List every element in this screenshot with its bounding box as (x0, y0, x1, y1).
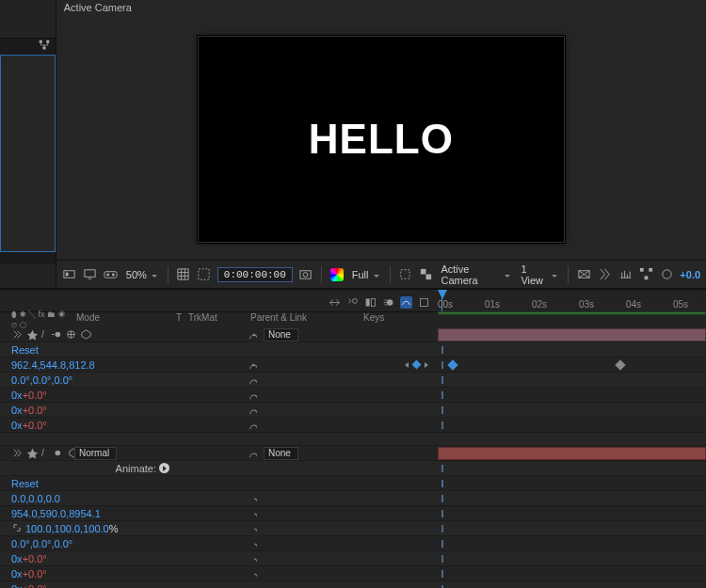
scale-value[interactable]: 100.0,100.0,100.0% (25, 523, 118, 534)
pickwhip-icon[interactable] (249, 389, 260, 401)
layer-duration-bar[interactable] (438, 447, 706, 460)
prev-key-icon[interactable] (403, 359, 410, 371)
keyframe-navigator[interactable] (358, 359, 438, 371)
next-key-icon[interactable] (423, 359, 430, 371)
time-tick (441, 406, 443, 414)
snapshot-icon[interactable] (298, 266, 313, 283)
parent-dropdown[interactable]: None (264, 328, 298, 342)
motion-blur-switch-icon[interactable] (50, 447, 62, 459)
3d-switch-icon[interactable] (80, 328, 92, 341)
exposure-value[interactable]: +0.0 (680, 269, 700, 280)
composition-viewport[interactable]: HELLO (198, 36, 565, 243)
layer-row[interactable]: / Normal None (0, 446, 706, 461)
zoom-dropdown[interactable]: 50% (124, 269, 160, 280)
transparency-icon[interactable] (418, 266, 433, 283)
pickwhip-icon[interactable] (249, 553, 260, 564)
search-icon[interactable] (329, 296, 341, 309)
yrot-value[interactable]: 0x+0.0° (11, 568, 47, 580)
solo-switch-icon[interactable] (26, 447, 39, 459)
keyframe[interactable] (615, 359, 625, 370)
roi-icon[interactable] (397, 266, 412, 283)
property-row[interactable]: Reset (0, 342, 706, 358)
pickwhip-icon[interactable] (249, 374, 260, 386)
pixel-aspect-icon[interactable] (576, 266, 591, 283)
views-dropdown[interactable]: 1 View (519, 263, 560, 286)
pickwhip-icon[interactable] (249, 405, 260, 416)
channel-color-icon[interactable] (329, 266, 345, 283)
current-time[interactable]: 0:00:00:00 (217, 267, 293, 282)
time-ruler[interactable]: 00s 01s 02s 03s 04s 05s (438, 290, 706, 312)
layer-row[interactable]: / None (0, 327, 706, 342)
display-icon[interactable] (83, 266, 98, 283)
pickwhip-icon[interactable] (249, 583, 260, 589)
zrot-value[interactable]: 0x+0.0° (11, 583, 47, 589)
property-row-position[interactable]: 962.4,544.8,812.8 (0, 358, 706, 373)
flowchart-icon[interactable] (39, 40, 50, 53)
orientation-value[interactable]: 0.0°,0.0°,0.0° (11, 374, 72, 386)
pickwhip-icon[interactable] (249, 448, 260, 459)
property-row-position[interactable]: 954.0,590.0,8954.1 (0, 506, 706, 521)
constrain-proportions-icon[interactable] (11, 522, 23, 535)
svg-rect-5 (85, 270, 95, 278)
pickwhip-icon[interactable] (249, 523, 260, 534)
pickwhip-icon[interactable] (249, 493, 260, 504)
orientation-value[interactable]: 0.0°,0.0°,0.0° (11, 538, 72, 549)
video-switch-icon[interactable] (11, 328, 24, 341)
reset-link[interactable]: Reset (11, 344, 39, 356)
magnify-icon[interactable] (62, 266, 77, 283)
reset-exposure-icon[interactable] (659, 266, 674, 283)
layer-duration-bar[interactable] (438, 328, 706, 342)
motion-blur-icon[interactable] (382, 296, 394, 309)
zrot-value[interactable]: 0x+0.0° (11, 420, 47, 431)
anchor-value[interactable]: 0.0,0.0,0.0 (11, 493, 60, 504)
property-row-scale[interactable]: 100.0,100.0,100.0% (0, 521, 706, 536)
solo-switch-icon[interactable] (26, 328, 39, 341)
xrot-value[interactable]: 0x+0.0° (11, 553, 47, 564)
position-value[interactable]: 962.4,544.8,812.8 (11, 359, 95, 371)
frame-blend-icon[interactable] (364, 296, 377, 309)
shy-icon[interactable] (346, 296, 359, 309)
animate-row[interactable]: Animate: (0, 461, 706, 476)
camera-dropdown[interactable]: Active Camera (439, 263, 513, 286)
property-row-yrotation[interactable]: 0x+0.0° (0, 566, 706, 581)
property-row-yrotation[interactable]: 0x+0.0° (0, 403, 706, 418)
xrot-value[interactable]: 0x+0.0° (11, 389, 47, 401)
video-switch-icon[interactable] (11, 447, 24, 459)
animate-menu-icon[interactable] (159, 463, 169, 473)
flowchart-icon[interactable] (638, 266, 653, 283)
render-queue-icon[interactable] (418, 296, 430, 309)
position-value[interactable]: 954.0,590.0,8954.1 (11, 508, 101, 519)
keyframe[interactable] (447, 359, 457, 370)
work-area-bar[interactable] (438, 311, 706, 315)
motion-blur-switch-icon[interactable] (50, 328, 62, 341)
property-row-xrotation[interactable]: 0x+0.0° (0, 388, 706, 403)
property-row[interactable]: Reset (0, 476, 706, 491)
svg-point-11 (304, 273, 309, 278)
pickwhip-icon[interactable] (249, 508, 260, 519)
blend-mode-dropdown[interactable]: Normal (74, 447, 117, 460)
property-row-xrotation[interactable]: 0x+0.0° (0, 551, 706, 566)
grid-icon[interactable] (176, 266, 191, 283)
time-tick (441, 465, 443, 472)
fast-preview-icon[interactable] (597, 266, 612, 283)
mask-icon[interactable] (197, 266, 212, 283)
pickwhip-icon[interactable] (249, 359, 260, 371)
reset-link[interactable]: Reset (11, 478, 39, 489)
adjustment-switch-icon[interactable] (65, 328, 77, 341)
pickwhip-icon[interactable] (249, 420, 260, 431)
pickwhip-icon[interactable] (249, 329, 260, 341)
parent-dropdown[interactable]: None (264, 447, 298, 460)
resolution-dropdown[interactable]: Full (350, 269, 382, 280)
property-row-orientation[interactable]: 0.0°,0.0°,0.0° (0, 373, 706, 388)
graph-icon[interactable] (400, 296, 412, 309)
pickwhip-icon[interactable] (249, 568, 260, 580)
property-row-orientation[interactable]: 0.0°,0.0°,0.0° (0, 536, 706, 551)
pickwhip-icon[interactable] (249, 538, 260, 549)
property-row-anchor[interactable]: 0.0,0.0,0.0 (0, 491, 706, 506)
add-key-icon[interactable] (412, 360, 422, 370)
property-row-zrotation[interactable]: 0x+0.0° (0, 581, 706, 588)
selected-panel-area[interactable] (0, 55, 56, 252)
vr-icon[interactable] (104, 266, 119, 283)
timeline-icon[interactable] (618, 266, 633, 283)
yrot-value[interactable]: 0x+0.0° (11, 405, 47, 416)
